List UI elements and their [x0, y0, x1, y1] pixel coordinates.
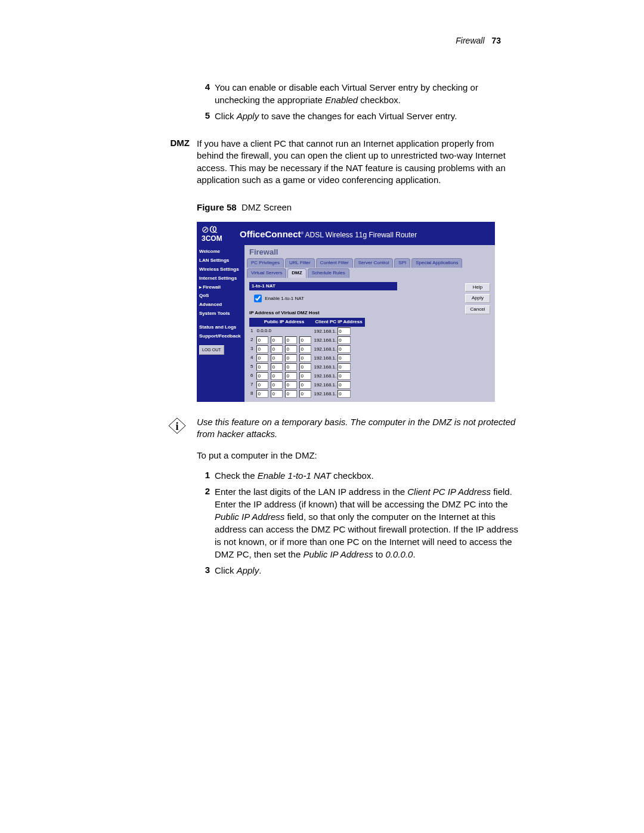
- public-ip-octet[interactable]: [299, 363, 311, 371]
- tab-item[interactable]: PC Privileges: [247, 258, 284, 268]
- public-ip-octet[interactable]: [285, 345, 297, 353]
- client-ip-prefix: 192.168.1.: [314, 391, 338, 397]
- nav-item[interactable]: Status and Logs: [199, 323, 242, 332]
- tab-item[interactable]: Content Filter: [316, 258, 353, 268]
- table-row: 2192.168.1.: [249, 336, 365, 345]
- public-ip-octet[interactable]: [256, 372, 268, 380]
- help-button[interactable]: Help: [465, 283, 490, 292]
- public-ip-octet[interactable]: [271, 354, 283, 362]
- client-ip-prefix: 192.168.1.: [314, 382, 338, 388]
- nav-item[interactable]: QoS: [199, 292, 242, 301]
- router-page-title: Firewall: [244, 245, 495, 258]
- step-number: 2: [197, 485, 215, 561]
- client-ip-prefix: 192.168.1.: [314, 355, 338, 361]
- apply-button[interactable]: Apply: [465, 294, 490, 303]
- public-ip-octet[interactable]: [285, 372, 297, 380]
- client-ip-last-octet[interactable]: [338, 354, 351, 362]
- svg-text:i: i: [175, 420, 178, 432]
- step-number: 5: [197, 110, 215, 122]
- public-ip-octet[interactable]: [271, 336, 283, 344]
- public-ip-octet[interactable]: [299, 336, 311, 344]
- brand-logo: ⊘Ҩ 3COM: [202, 225, 235, 243]
- public-ip-octet[interactable]: [256, 345, 268, 353]
- public-ip-octet[interactable]: [256, 354, 268, 362]
- info-icon: i: [168, 417, 186, 434]
- public-ip-static: 0.0.0.0: [256, 328, 271, 333]
- tab-item[interactable]: Virtual Servers: [247, 268, 286, 278]
- client-ip-last-octet[interactable]: [338, 390, 351, 398]
- nav-item[interactable]: LAN Settings: [199, 256, 242, 265]
- nav-item[interactable]: System Tools: [199, 309, 242, 318]
- public-ip-octet[interactable]: [285, 336, 297, 344]
- nav-item[interactable]: Support/Feedback: [199, 332, 242, 341]
- tab-item[interactable]: URL Filter: [285, 258, 315, 268]
- nav-item[interactable]: Firewall: [199, 283, 242, 292]
- step-item: 1Check the Enable 1-to-1 NAT checkbox.: [197, 469, 519, 482]
- step-item: 4You can enable or disable each Virtual …: [197, 81, 519, 106]
- step-number: 4: [197, 81, 215, 106]
- nav-item[interactable]: Wireless Settings: [199, 265, 242, 274]
- col-public-ip: Public IP Address: [255, 318, 312, 327]
- public-ip-octet[interactable]: [299, 354, 311, 362]
- public-ip-octet[interactable]: [256, 336, 268, 344]
- section-virtual-dmz: IP Address of Virtual DMZ Host: [249, 309, 490, 318]
- public-ip-octet[interactable]: [256, 390, 268, 398]
- client-ip-prefix: 192.168.1.: [314, 364, 338, 370]
- dmz-heading: DMZ: [36, 138, 197, 148]
- client-ip-prefix: 192.168.1.: [314, 329, 338, 334]
- product-title: OfficeConnect® ADSL Wireless 11g Firewal…: [240, 228, 417, 240]
- table-row: 6192.168.1.: [249, 371, 365, 380]
- public-ip-octet[interactable]: [271, 363, 283, 371]
- dmz-intro: To put a computer in the DMZ:: [197, 450, 519, 462]
- page-number: 73: [491, 36, 501, 45]
- client-ip-prefix: 192.168.1.: [314, 337, 338, 343]
- cancel-button[interactable]: Cancel: [465, 305, 490, 314]
- public-ip-octet[interactable]: [299, 390, 311, 398]
- public-ip-octet[interactable]: [299, 381, 311, 389]
- figure-caption: Figure 58 DMZ Screen: [197, 202, 519, 213]
- client-ip-last-octet[interactable]: [338, 336, 351, 344]
- enable-1to1-nat-checkbox[interactable]: [254, 295, 262, 302]
- public-ip-octet[interactable]: [271, 381, 283, 389]
- public-ip-octet[interactable]: [285, 354, 297, 362]
- tab-item[interactable]: Schedule Rules: [308, 268, 349, 278]
- step-number: 1: [197, 469, 215, 482]
- section-1to1-nat: 1-to-1 NAT: [249, 282, 397, 291]
- step-item: 3Click Apply.: [197, 564, 519, 577]
- public-ip-octet[interactable]: [285, 390, 297, 398]
- public-ip-octet[interactable]: [285, 381, 297, 389]
- nav-item[interactable]: Advanced: [199, 301, 242, 309]
- page-header: Firewall 73: [36, 36, 608, 45]
- client-ip-last-octet[interactable]: [338, 381, 351, 389]
- logout-button[interactable]: LOG OUT: [199, 345, 224, 354]
- client-ip-prefix: 192.168.1.: [314, 373, 338, 379]
- client-ip-last-octet[interactable]: [338, 327, 351, 335]
- public-ip-octet[interactable]: [256, 363, 268, 371]
- table-row: 3192.168.1.: [249, 345, 365, 354]
- col-client-ip: Client PC IP Address: [312, 318, 364, 327]
- public-ip-octet[interactable]: [271, 372, 283, 380]
- table-row: 5192.168.1.: [249, 363, 365, 371]
- public-ip-octet[interactable]: [271, 345, 283, 353]
- table-row: 10.0.0.0192.168.1.: [249, 327, 365, 336]
- info-note: Use this feature on a temporary basis. T…: [197, 416, 519, 441]
- tab-item[interactable]: DMZ: [287, 268, 306, 278]
- client-ip-prefix: 192.168.1.: [314, 346, 338, 352]
- public-ip-octet[interactable]: [299, 345, 311, 353]
- nav-item[interactable]: Welcome: [199, 247, 242, 256]
- enable-1to1-nat-label: Enable 1-to-1 NAT: [265, 296, 304, 301]
- tab-item[interactable]: Server Control: [354, 258, 394, 268]
- client-ip-last-octet[interactable]: [338, 363, 351, 371]
- tab-item[interactable]: Special Applications: [411, 258, 462, 268]
- public-ip-octet[interactable]: [299, 372, 311, 380]
- table-row: 7192.168.1.: [249, 380, 365, 389]
- public-ip-octet[interactable]: [271, 390, 283, 398]
- public-ip-octet[interactable]: [285, 363, 297, 371]
- table-row: 4192.168.1.: [249, 354, 365, 363]
- tab-item[interactable]: SPI: [394, 258, 410, 268]
- public-ip-octet[interactable]: [256, 381, 268, 389]
- nav-item[interactable]: Internet Settings: [199, 274, 242, 283]
- table-row: 8192.168.1.: [249, 389, 365, 398]
- client-ip-last-octet[interactable]: [338, 345, 351, 353]
- client-ip-last-octet[interactable]: [338, 372, 351, 380]
